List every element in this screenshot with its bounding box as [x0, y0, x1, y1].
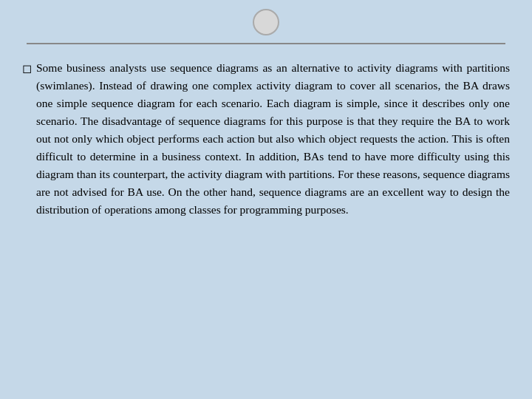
top-bar	[0, 0, 532, 44]
divider-line	[27, 43, 505, 44]
circle-icon	[253, 9, 279, 35]
paragraph-text: Some business analysts use sequence diag…	[36, 59, 510, 219]
bullet-symbol: ◻	[22, 60, 32, 78]
content-area: ◻ Some business analysts use sequence di…	[15, 52, 517, 226]
bullet-paragraph: ◻ Some business analysts use sequence di…	[22, 59, 510, 219]
slide-container: ◻ Some business analysts use sequence di…	[0, 0, 532, 399]
